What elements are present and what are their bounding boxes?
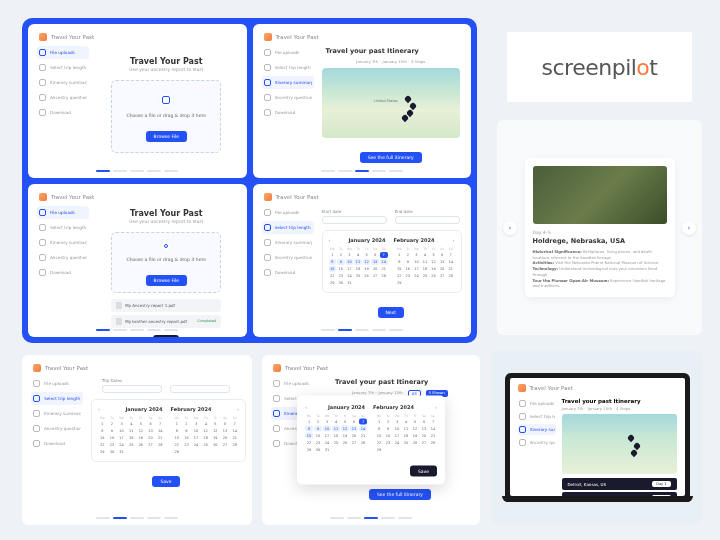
calendar-day[interactable]: 6 xyxy=(438,252,446,258)
calendar-day[interactable]: 10 xyxy=(413,259,421,265)
calendar-day[interactable]: 21 xyxy=(156,435,165,441)
calendar-day[interactable]: 19 xyxy=(411,433,419,439)
calendar-day[interactable]: 5 xyxy=(430,252,438,258)
calendar-day[interactable]: 1 xyxy=(173,421,182,427)
calendar-day[interactable]: 12 xyxy=(430,259,438,265)
calendar-day[interactable]: 3 xyxy=(323,419,331,425)
calendar-day[interactable]: 22 xyxy=(98,442,107,448)
calendar-day[interactable]: 15 xyxy=(98,435,107,441)
calendar-day[interactable]: 30 xyxy=(314,447,322,453)
calendar-day[interactable]: 11 xyxy=(332,426,340,432)
calendar-day[interactable]: 27 xyxy=(371,273,379,279)
calendar-day[interactable]: 14 xyxy=(447,259,455,265)
calendar-day[interactable]: 15 xyxy=(305,433,313,439)
calendar-day[interactable]: 17 xyxy=(393,433,401,439)
calendar-day[interactable]: 29 xyxy=(305,447,313,453)
calendar-day[interactable]: 25 xyxy=(421,273,429,279)
calendar-day[interactable]: 31 xyxy=(117,449,126,455)
calendar-day[interactable]: 22 xyxy=(329,273,337,279)
calendar-day[interactable]: 14 xyxy=(359,426,367,432)
calendar-day[interactable]: 24 xyxy=(192,442,201,448)
see-itinerary-button[interactable]: See the full itinerary xyxy=(360,152,422,163)
calendar[interactable]: ‹ January 2024February 2024 › MoTuWeThFr… xyxy=(322,230,462,293)
calendar-day[interactable]: 24 xyxy=(413,273,421,279)
calendar-day[interactable]: 2 xyxy=(108,421,117,427)
calendar-day[interactable]: 7 xyxy=(230,421,239,427)
calendar-day[interactable]: 1 xyxy=(375,419,383,425)
calendar-day[interactable]: 3 xyxy=(346,252,354,258)
calendar-day[interactable]: 25 xyxy=(127,442,136,448)
calendar-day[interactable]: 12 xyxy=(341,426,349,432)
calendar-day[interactable]: 9 xyxy=(384,426,392,432)
calendar-day[interactable]: 5 xyxy=(341,419,349,425)
calendar-day[interactable]: 9 xyxy=(404,259,412,265)
calendar-day[interactable]: 28 xyxy=(230,442,239,448)
sidebar-item-summary[interactable]: Itinerary summary xyxy=(37,76,89,89)
sidebar-item-length[interactable]: Select trip length xyxy=(37,61,89,74)
calendar-day[interactable]: 19 xyxy=(363,266,371,272)
calendar-day[interactable]: 24 xyxy=(346,273,354,279)
calendar-day[interactable]: 14 xyxy=(429,426,437,432)
calendar-day[interactable]: 18 xyxy=(201,435,210,441)
calendar-day[interactable]: 21 xyxy=(380,266,388,272)
calendar-day[interactable]: 16 xyxy=(404,266,412,272)
calendar-day[interactable]: 29 xyxy=(173,449,182,455)
calendar-day[interactable]: 2 xyxy=(404,252,412,258)
calendar-day[interactable]: 24 xyxy=(393,440,401,446)
calendar-day[interactable]: 10 xyxy=(346,259,354,265)
calendar-day[interactable]: 23 xyxy=(314,440,322,446)
calendar-day[interactable]: 8 xyxy=(98,428,107,434)
calendar-day[interactable]: 26 xyxy=(211,442,220,448)
calendar-day[interactable]: 8 xyxy=(396,259,404,265)
calendar-day[interactable]: 11 xyxy=(421,259,429,265)
calendar-day[interactable]: 20 xyxy=(420,433,428,439)
calendar-day[interactable]: 9 xyxy=(108,428,117,434)
calendar-day[interactable]: 1 xyxy=(329,252,337,258)
calendar-day[interactable]: 13 xyxy=(420,426,428,432)
file-dropzone[interactable]: Choose a file or drag & drop it here Bro… xyxy=(111,80,221,153)
calendar-day[interactable]: 12 xyxy=(137,428,146,434)
calendar-day[interactable]: 26 xyxy=(430,273,438,279)
calendar-day[interactable]: 29 xyxy=(98,449,107,455)
calendar-day[interactable]: 13 xyxy=(438,259,446,265)
sidebar-item-uploads[interactable]: File uploads xyxy=(37,46,89,59)
calendar-day[interactable]: 9 xyxy=(314,426,322,432)
calendar-day[interactable]: 25 xyxy=(332,440,340,446)
calendar-day[interactable]: 25 xyxy=(354,273,362,279)
calendar-modal[interactable]: ‹ January 2024February 2024 › MoTuWeThFr… xyxy=(297,396,445,485)
calendar-day[interactable]: 13 xyxy=(371,259,379,265)
calendar-day[interactable]: 14 xyxy=(380,259,388,265)
calendar-day[interactable]: 21 xyxy=(230,435,239,441)
calendar-day[interactable]: 10 xyxy=(323,426,331,432)
calendar-day[interactable]: 5 xyxy=(363,252,371,258)
calendar-day[interactable]: 28 xyxy=(359,440,367,446)
calendar-day[interactable]: 11 xyxy=(354,259,362,265)
calendar-day[interactable]: 6 xyxy=(146,421,155,427)
calendar-day[interactable]: 28 xyxy=(447,273,455,279)
calendar-day[interactable]: 26 xyxy=(341,440,349,446)
calendar-day[interactable]: 22 xyxy=(396,273,404,279)
calendar-day[interactable]: 27 xyxy=(221,442,230,448)
calendar-day[interactable]: 23 xyxy=(108,442,117,448)
calendar-day[interactable]: 22 xyxy=(375,440,383,446)
calendar-day[interactable]: 6 xyxy=(371,252,379,258)
calendar-day[interactable]: 17 xyxy=(117,435,126,441)
calendar-day[interactable]: 18 xyxy=(402,433,410,439)
save-button[interactable]: Save xyxy=(152,476,179,487)
calendar-day[interactable]: 8 xyxy=(375,426,383,432)
calendar-day[interactable]: 13 xyxy=(221,428,230,434)
calendar-day[interactable]: 23 xyxy=(384,440,392,446)
calendar-day[interactable]: 29 xyxy=(396,280,404,286)
calendar-day[interactable]: 7 xyxy=(429,419,437,425)
calendar-day[interactable]: 24 xyxy=(323,440,331,446)
calendar-day[interactable]: 14 xyxy=(156,428,165,434)
calendar-day[interactable]: 3 xyxy=(117,421,126,427)
calendar-day[interactable]: 27 xyxy=(350,440,358,446)
calendar-day[interactable]: 4 xyxy=(201,421,210,427)
calendar-day[interactable]: 16 xyxy=(182,435,191,441)
calendar-day[interactable]: 10 xyxy=(192,428,201,434)
calendar-day[interactable]: 26 xyxy=(137,442,146,448)
calendar-day[interactable]: 12 xyxy=(211,428,220,434)
calendar-day[interactable]: 19 xyxy=(430,266,438,272)
calendar-day[interactable]: 26 xyxy=(363,273,371,279)
